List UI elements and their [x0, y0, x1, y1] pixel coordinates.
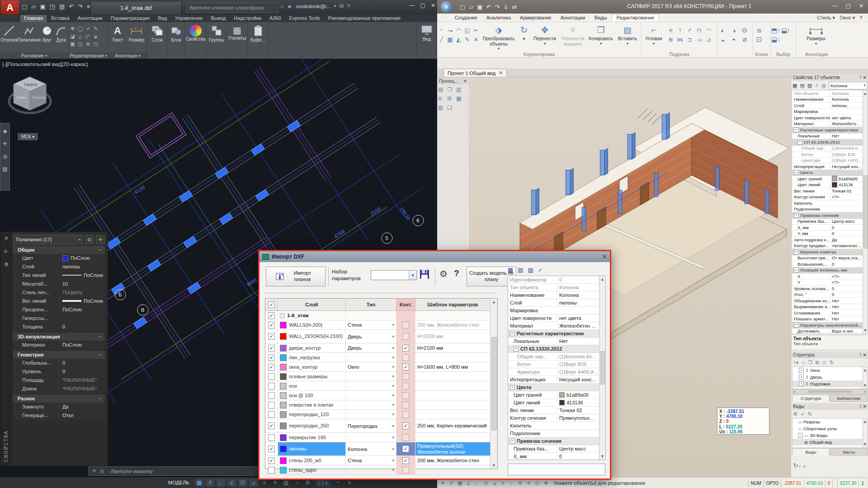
layer-checkbox[interactable]: [268, 392, 275, 399]
otrack-toggle-icon[interactable]: ⊿: [249, 479, 258, 487]
template-cell[interactable]: [415, 410, 490, 419]
sapfir-tab-Редактирование[interactable]: Редактирование: [612, 14, 659, 21]
menu-Окно[interactable]: Окно ▾: [840, 15, 855, 21]
sapfir-tab-Аннотации[interactable]: Аннотации: [557, 14, 590, 21]
otrack-toggle-icon[interactable]: ⊿: [491, 479, 498, 487]
palette-row-Стиль печ...[interactable]: Стиль печ...ПоЦвету: [13, 288, 105, 297]
palette-row-Генераци...[interactable]: Генераци...Откл: [13, 411, 105, 420]
close-tab-icon[interactable]: ✕: [499, 70, 503, 76]
osnap-toggle-icon[interactable]: ⊡: [482, 479, 490, 487]
section-Расчетные характеристики[interactable]: −Расчетные характеристики: [508, 330, 605, 338]
sapfir-tab-Аналитика[interactable]: Аналитика: [482, 14, 515, 21]
header-cont[interactable]: Конт.: [396, 299, 415, 310]
palette-row-Гиперссы...[interactable]: Гиперссы...: [13, 314, 105, 323]
palette-row-Тип линий[interactable]: Тип линийПоСлою: [13, 271, 105, 280]
prop-Y[interactable]: Y<?>: [792, 280, 868, 286]
tool-dimension[interactable]: ✶ Размер: [127, 22, 146, 42]
help-icon[interactable]: ?: [347, 4, 350, 9]
layer-checkbox[interactable]: [268, 383, 275, 389]
layer-row-окна_контур[interactable]: ✓окна_контурОкно▾✓H=1600 мм, L=800 мм: [265, 362, 497, 372]
prop-Наименование[interactable]: НаименованиеКолонна: [508, 291, 605, 299]
settings-gear-icon[interactable]: ⚙: [439, 268, 448, 279]
prop-Общие хар...[interactable]: Общие хар...(1)Колонна К...: [792, 145, 868, 152]
structure-item-Подложка[interactable]: +⇕Подложка: [793, 380, 867, 387]
palette-row-Слой[interactable]: Слойпилоны: [13, 263, 105, 271]
layer-row-перекрытие 190[interactable]: перекрытие 190▾: [265, 433, 497, 442]
prop-Вес линии[interactable]: Вес линииТонкая 02: [508, 407, 605, 414]
acad-tab-Express Tools[interactable]: Express Tools: [286, 15, 324, 22]
tool-text[interactable]: A Текст: [108, 22, 127, 42]
structure-item-Окно[interactable]: +⇕Окно: [793, 367, 867, 374]
layer-checkbox[interactable]: [268, 402, 275, 408]
close-icon[interactable]: ✕: [463, 79, 467, 84]
panel-utilities[interactable]: ▦Утилиты: [227, 22, 248, 59]
type-select[interactable]: ▾: [346, 400, 396, 409]
select-icons[interactable]: ⬒↑⬓↕⬓↓: [771, 22, 796, 44]
table-scrollbar[interactable]: ▲▼: [490, 299, 497, 469]
prop-Цвет поверхности[interactable]: Цвет поверхностинет цвета: [792, 115, 868, 121]
palette-row-Цвет[interactable]: ЦветПоСлою: [13, 254, 105, 263]
type-select[interactable]: Стена▾: [346, 320, 396, 329]
prop-X, мм[interactable]: X, мм0: [792, 225, 868, 231]
tool-line[interactable]: Отрезок: [0, 22, 18, 42]
prop-Маркировка[interactable]: Маркировка: [792, 109, 868, 115]
type-select[interactable]: Колонна▾: [346, 442, 396, 455]
palette-row-Прозрачн...[interactable]: Прозрачн...ПоСлою: [13, 305, 105, 314]
grid-toggle-icon[interactable]: ▦: [195, 479, 204, 487]
object-type-select[interactable]: Полилиния (17)▾: [13, 235, 83, 244]
prop-Тип объекта[interactable]: Тип объектаКолонна: [508, 284, 605, 291]
section-Позиция колонны, мм[interactable]: −Позиция колонны, мм: [792, 267, 868, 274]
section-Цвета[interactable]: −Цвета: [508, 384, 605, 391]
layer-row-осевые размеры[interactable]: осевые размеры▾: [265, 372, 497, 381]
autohide-icon[interactable]: ⊩: [4, 249, 9, 254]
viewcube[interactable]: Сверху Слева Спереди: [6, 69, 56, 132]
zoom-toggle-icon[interactable]: ◎: [533, 479, 541, 487]
panel-layers[interactable]: Слои: [147, 22, 167, 59]
layer-row-перегородки_120[interactable]: перегородки_120▾: [265, 410, 497, 419]
contour-checkbox[interactable]: ✓: [402, 457, 409, 464]
prop-Интерпретация[interactable]: ИнтерпретацияНесущий кон...: [792, 164, 868, 170]
layer-row-оси[interactable]: оси▾: [265, 381, 497, 391]
ucs-label[interactable]: МСК ▾: [18, 133, 38, 140]
gear-toggle-icon[interactable]: ⚙: [516, 479, 524, 487]
ortho-toggle-icon[interactable]: ∟: [473, 479, 481, 487]
contour-checkbox[interactable]: ✓: [402, 446, 409, 452]
template-cell[interactable]: [415, 391, 490, 400]
template-cell[interactable]: [415, 381, 490, 390]
sapfir-tab-Создание[interactable]: Создание: [451, 14, 481, 21]
polar-toggle-icon[interactable]: ∠: [227, 479, 236, 487]
acad-tab-Главная[interactable]: Главная: [20, 15, 47, 22]
prop-Арматура[interactable]: Арматура(1)Верт A400.A...: [508, 368, 605, 376]
layer-checkbox[interactable]: [268, 373, 275, 380]
layer-row-WALLS(H-200)[interactable]: ✓WALLS(H-200)Стена▾200 мм, Железобетон с…: [265, 320, 497, 330]
menu-Стиль[interactable]: Стиль ▾: [817, 15, 835, 21]
header-check-all[interactable]: ✓: [265, 299, 278, 310]
contour-checkbox[interactable]: [402, 434, 409, 441]
close-icon[interactable]: ✕: [4, 235, 8, 241]
layer-checkbox[interactable]: ✓: [268, 333, 275, 340]
prop-Вес линии[interactable]: Вес линииТонкая 02: [792, 188, 868, 194]
props-scrollbar[interactable]: ▲▼: [863, 90, 868, 333]
pin-icon[interactable]: ⊺: [859, 352, 862, 357]
fullnav-icon[interactable]: ◈: [3, 128, 7, 134]
panel-block[interactable]: Блок: [167, 22, 185, 59]
layer-row-пилоны[interactable]: ✓пилоныКолонна▾✓Прямоугольный(S0) Железо…: [265, 442, 497, 456]
type-select[interactable]: ▾: [346, 372, 396, 381]
type-select[interactable]: ▾: [346, 381, 396, 390]
snap-toggle-icon[interactable]: #: [206, 479, 215, 487]
dialog-close-icon[interactable]: ✕: [602, 253, 607, 260]
template-cell[interactable]: [415, 433, 490, 442]
prop-Сглаживание[interactable]: СглаживаниеНет: [792, 310, 868, 316]
header-template[interactable]: Шаблон параметров: [415, 299, 490, 310]
layer-row-стены_ядро[interactable]: стены_ядро▾: [265, 465, 497, 475]
structure-scrollbar[interactable]: ▲▼: [863, 367, 867, 389]
select-objects-icon[interactable]: ✛: [96, 235, 105, 244]
model-label[interactable]: МОДЕЛЬ: [168, 480, 189, 485]
open-icon[interactable]: ▱: [31, 3, 36, 10]
type-select[interactable]: Дверь▾: [346, 343, 396, 352]
view-grouped-icon[interactable]: ▦: [793, 83, 797, 89]
dialog-bottom-input[interactable]: [508, 464, 605, 475]
template-cell[interactable]: [415, 465, 490, 474]
layer-row-оси @ 100[interactable]: оси @ 100▾: [265, 391, 497, 400]
polar-toggle-icon[interactable]: ∠: [465, 479, 472, 487]
